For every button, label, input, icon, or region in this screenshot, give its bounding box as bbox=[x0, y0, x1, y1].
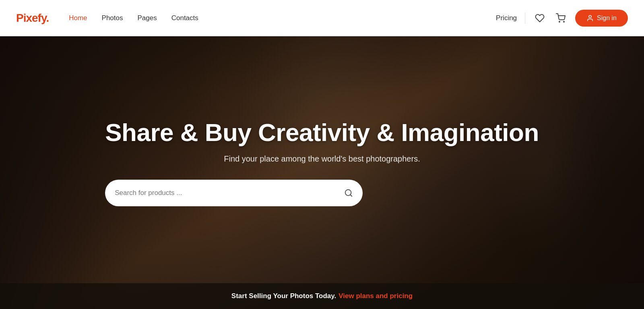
search-button[interactable] bbox=[344, 189, 353, 197]
hero-section: Share & Buy Creativity & Imagination Fin… bbox=[0, 0, 644, 309]
nav-link-pages[interactable]: Pages bbox=[138, 14, 157, 22]
svg-point-1 bbox=[564, 21, 564, 22]
svg-line-4 bbox=[350, 195, 352, 196]
nav-item-photos[interactable]: Photos bbox=[102, 14, 123, 22]
nav-item-home[interactable]: Home bbox=[69, 14, 87, 22]
nav-link-home[interactable]: Home bbox=[69, 14, 87, 22]
hero-content: Share & Buy Creativity & Imagination Fin… bbox=[89, 119, 555, 206]
nav-item-contacts[interactable]: Contacts bbox=[171, 14, 198, 22]
nav-right: Pricing Sign in bbox=[496, 10, 628, 27]
svg-point-2 bbox=[589, 15, 591, 18]
nav-links: Home Photos Pages Contacts bbox=[69, 14, 198, 22]
search-input[interactable] bbox=[115, 189, 339, 197]
navbar: Pixefy. Home Photos Pages Contacts Prici… bbox=[0, 0, 644, 36]
cart-button[interactable] bbox=[554, 12, 567, 25]
bottom-banner-text: Start Selling Your Photos Today. bbox=[231, 292, 336, 300]
svg-point-0 bbox=[559, 21, 560, 22]
wishlist-button[interactable] bbox=[533, 12, 546, 25]
nav-item-pages[interactable]: Pages bbox=[138, 14, 157, 22]
nav-link-contacts[interactable]: Contacts bbox=[171, 14, 198, 22]
heart-icon bbox=[535, 13, 545, 23]
sign-in-label: Sign in bbox=[597, 15, 617, 22]
nav-link-photos[interactable]: Photos bbox=[102, 14, 123, 22]
search-icon bbox=[344, 189, 353, 197]
cart-icon bbox=[556, 13, 566, 23]
search-bar bbox=[105, 180, 363, 206]
logo-dot: . bbox=[46, 12, 49, 24]
hero-title: Share & Buy Creativity & Imagination bbox=[105, 119, 539, 146]
sign-in-button[interactable]: Sign in bbox=[575, 10, 628, 27]
user-icon bbox=[586, 15, 594, 22]
view-plans-link[interactable]: View plans and pricing bbox=[339, 292, 413, 300]
nav-divider bbox=[525, 12, 525, 24]
pricing-link[interactable]: Pricing bbox=[496, 14, 517, 22]
logo-text: Pixefy bbox=[16, 12, 46, 24]
logo[interactable]: Pixefy. bbox=[16, 12, 49, 25]
hero-subtitle: Find your place among the world's best p… bbox=[105, 154, 539, 164]
bottom-banner: Start Selling Your Photos Today. View pl… bbox=[0, 283, 644, 309]
